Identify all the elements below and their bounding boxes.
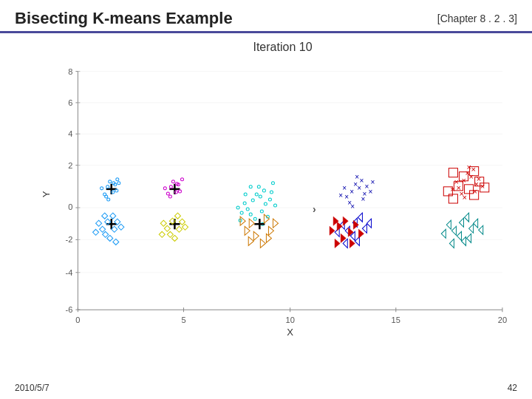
svg-marker-84 bbox=[179, 219, 185, 225]
svg-text:×: × bbox=[338, 191, 343, 200]
svg-text:8: 8 bbox=[68, 67, 72, 76]
cluster-blue-lower bbox=[93, 213, 124, 245]
cluster-blue-upper bbox=[100, 178, 120, 201]
svg-point-105 bbox=[244, 193, 247, 196]
svg-point-67 bbox=[169, 185, 172, 188]
svg-marker-80 bbox=[174, 213, 180, 219]
svg-text:-4: -4 bbox=[65, 268, 72, 277]
svg-point-75 bbox=[163, 187, 166, 190]
svg-point-99 bbox=[253, 217, 256, 220]
svg-point-49 bbox=[107, 198, 110, 201]
page-title: Bisecting K-means Example bbox=[15, 9, 437, 28]
svg-point-108 bbox=[249, 185, 252, 188]
svg-marker-184 bbox=[343, 216, 348, 225]
svg-text:×: × bbox=[371, 178, 375, 186]
cluster-red-upper: × × × × × × × × × × × × × × bbox=[443, 163, 488, 203]
svg-text:×: × bbox=[357, 184, 361, 192]
svg-point-45 bbox=[105, 195, 108, 198]
svg-marker-190 bbox=[330, 226, 335, 235]
svg-marker-62 bbox=[102, 213, 108, 219]
svg-marker-177 bbox=[446, 220, 451, 229]
svg-marker-88 bbox=[159, 231, 165, 237]
svg-point-100 bbox=[270, 191, 273, 194]
chapter-ref: [Chapter 8 . 2 . 3] bbox=[437, 13, 517, 24]
svg-text:-2: -2 bbox=[65, 235, 72, 244]
svg-text:×: × bbox=[361, 195, 365, 203]
cluster-teal-lower bbox=[441, 213, 482, 248]
svg-text:5: 5 bbox=[181, 316, 185, 324]
svg-point-90 bbox=[259, 195, 262, 198]
cluster-orange-lower bbox=[240, 214, 278, 248]
svg-text:6: 6 bbox=[68, 98, 72, 107]
page-header: Bisecting K-means Example [Chapter 8 . 2… bbox=[0, 0, 532, 33]
svg-marker-175 bbox=[469, 224, 474, 233]
svg-marker-180 bbox=[441, 229, 446, 238]
svg-text:›: › bbox=[313, 203, 316, 215]
svg-marker-85 bbox=[160, 220, 166, 226]
svg-point-96 bbox=[268, 198, 271, 201]
svg-marker-121 bbox=[248, 236, 253, 245]
svg-marker-119 bbox=[240, 216, 245, 225]
svg-marker-120 bbox=[273, 219, 278, 228]
svg-text:0: 0 bbox=[68, 202, 72, 211]
svg-point-39 bbox=[106, 185, 109, 188]
svg-point-92 bbox=[246, 208, 249, 211]
svg-point-97 bbox=[243, 202, 246, 205]
svg-point-107 bbox=[271, 182, 274, 185]
svg-point-103 bbox=[257, 185, 260, 188]
svg-text:×: × bbox=[349, 188, 354, 196]
svg-marker-139 bbox=[358, 213, 362, 222]
svg-marker-193 bbox=[349, 239, 355, 248]
svg-text:×: × bbox=[342, 184, 347, 192]
svg-text:10: 10 bbox=[285, 316, 294, 324]
svg-marker-174 bbox=[451, 226, 456, 235]
svg-marker-54 bbox=[110, 213, 116, 219]
svg-point-101 bbox=[240, 211, 243, 214]
svg-text:×: × bbox=[355, 173, 359, 181]
svg-point-98 bbox=[260, 210, 263, 213]
svg-point-47 bbox=[100, 187, 103, 190]
svg-text:2: 2 bbox=[68, 161, 72, 170]
svg-point-50 bbox=[117, 182, 120, 185]
scatter-plot: 8 6 4 2 0 -2 -4 -6 Y bbox=[41, 58, 510, 346]
svg-text:×: × bbox=[353, 180, 358, 188]
svg-marker-81 bbox=[164, 225, 170, 231]
svg-point-69 bbox=[178, 190, 181, 193]
svg-marker-141 bbox=[362, 224, 366, 233]
svg-point-71 bbox=[171, 180, 174, 183]
svg-text:×: × bbox=[359, 177, 364, 185]
svg-text:0: 0 bbox=[75, 316, 80, 324]
svg-marker-60 bbox=[107, 235, 113, 241]
svg-text:Y: Y bbox=[41, 191, 52, 197]
svg-point-46 bbox=[116, 178, 119, 181]
svg-marker-113 bbox=[249, 219, 254, 228]
svg-point-89 bbox=[251, 199, 254, 202]
svg-marker-59 bbox=[96, 220, 102, 226]
svg-point-73 bbox=[168, 195, 171, 198]
svg-rect-162 bbox=[449, 168, 457, 177]
svg-point-93 bbox=[255, 193, 258, 196]
svg-marker-87 bbox=[183, 224, 188, 230]
svg-point-94 bbox=[262, 189, 265, 192]
chart-container: 8 6 4 2 0 -2 -4 -6 Y bbox=[41, 58, 510, 346]
svg-marker-173 bbox=[465, 213, 469, 222]
chart-area: Iteration 10 8 6 4 2 0 bbox=[0, 33, 532, 373]
svg-text:×: × bbox=[350, 202, 355, 211]
svg-marker-117 bbox=[253, 231, 259, 240]
svg-text:×: × bbox=[462, 193, 466, 202]
svg-marker-144 bbox=[366, 219, 371, 228]
chart-title: Iteration 10 bbox=[55, 41, 510, 54]
svg-marker-118 bbox=[260, 239, 265, 248]
svg-marker-188 bbox=[353, 220, 358, 229]
svg-marker-181 bbox=[449, 239, 454, 248]
svg-text:×: × bbox=[368, 188, 372, 196]
svg-text:X: X bbox=[287, 327, 293, 338]
svg-point-43 bbox=[109, 180, 112, 183]
footer-page: 42 bbox=[508, 383, 517, 393]
svg-marker-57 bbox=[103, 231, 109, 237]
cluster-darkblue-upper: × × × × × × × × × × × × × × × bbox=[338, 173, 375, 211]
svg-marker-82 bbox=[176, 226, 182, 232]
cluster-yellow-lower bbox=[159, 213, 188, 241]
svg-point-104 bbox=[273, 204, 276, 207]
svg-marker-183 bbox=[467, 233, 471, 242]
